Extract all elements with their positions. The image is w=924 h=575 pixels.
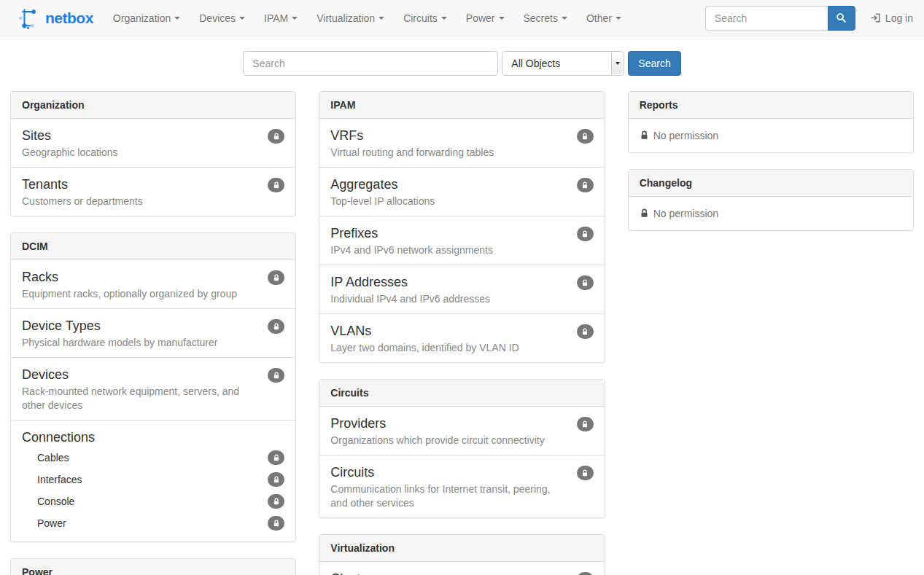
panel-title: IPAM (319, 92, 604, 119)
link-racks[interactable]: Racks (22, 267, 58, 286)
chevron-down-icon (441, 17, 447, 20)
list-item: TenantsCustomers or departments (11, 167, 295, 216)
column-2: IPAMVRFsVirtual routing and forwarding t… (319, 91, 605, 575)
list-item: CircuitsCommunication links for Internet… (319, 455, 604, 517)
select-dropdown-button (611, 52, 623, 74)
nav-item-secrets[interactable]: Secrets (514, 1, 577, 35)
lock-icon (273, 476, 280, 484)
list-item-content: TenantsCustomers or departments (22, 175, 268, 208)
panel-ipam: IPAMVRFsVirtual routing and forwarding t… (319, 91, 605, 363)
panel-virtualization: VirtualizationClusters (319, 534, 605, 575)
link-console[interactable]: Console (37, 496, 74, 507)
column-1: OrganizationSitesGeographic locationsTen… (10, 91, 296, 575)
list-item: Clusters (319, 562, 604, 575)
sub-list-item: Power (22, 512, 284, 534)
lock-badge (577, 227, 594, 241)
lock-badge (268, 450, 284, 465)
panel-circuits: CircuitsProvidersOrganizations which pro… (319, 379, 605, 518)
login-link[interactable]: Log in (870, 12, 913, 24)
nav-item-virtualization[interactable]: Virtualization (307, 1, 394, 35)
lock-badge (577, 275, 594, 290)
nav-item-organization[interactable]: Organization (104, 1, 190, 35)
nav-menu-item: Circuits (394, 0, 457, 36)
panel-title: Circuits (319, 380, 604, 407)
nav-item-other[interactable]: Other (577, 1, 631, 35)
lock-badge (268, 368, 284, 383)
panel-title: Reports (629, 92, 913, 119)
list-item: ConnectionsCablesInterfacesConsolePower (11, 420, 295, 541)
navbar-search-button[interactable] (828, 6, 855, 31)
item-description: Individual IPv4 and IPv6 addresses (330, 292, 576, 306)
navbar-search-input[interactable] (705, 6, 828, 31)
list-item: VLANsLayer two domains, identified by VL… (319, 313, 604, 362)
global-search-input[interactable] (243, 51, 498, 76)
top-navbar: netbox OrganizationDevicesIPAMVirtualiza… (0, 0, 924, 36)
lock-icon (581, 469, 589, 477)
list-item-content: CircuitsCommunication links for Internet… (330, 463, 576, 510)
link-connections[interactable]: Connections (22, 428, 95, 447)
link-sites[interactable]: Sites (22, 126, 51, 145)
link-providers[interactable]: Providers (330, 414, 386, 433)
navbar-right: Log in (705, 6, 913, 31)
nav-item-circuits[interactable]: Circuits (394, 1, 457, 35)
sign-in-icon (870, 12, 881, 23)
link-ip-addresses[interactable]: IP Addresses (330, 273, 408, 292)
lock-icon (581, 181, 589, 189)
list-item: DevicesRack-mounted network equipment, s… (11, 357, 295, 420)
list-item: Device TypesPhysical hardware models by … (11, 308, 295, 357)
lock-badge (577, 417, 594, 431)
list-item: ProvidersOrganizations which provide cir… (319, 407, 604, 455)
netbox-logo-icon (18, 7, 40, 29)
navbar-menu: OrganizationDevicesIPAMVirtualizationCir… (104, 0, 631, 36)
panel-title: Organization (11, 92, 295, 119)
list-item-content: AggregatesTop-level IP allocations (330, 175, 576, 208)
lock-badge (268, 472, 284, 487)
object-type-select[interactable]: All Objects (502, 51, 624, 76)
panel-reports: ReportsNo permission (628, 91, 914, 153)
item-description: Layer two domains, identified by VLAN ID (330, 341, 576, 355)
list-item-content: Device TypesPhysical hardware models by … (22, 316, 268, 350)
chevron-down-icon (292, 17, 298, 20)
link-prefixes[interactable]: Prefixes (330, 224, 378, 243)
link-clusters[interactable]: Clusters (330, 569, 378, 575)
global-search-button[interactable]: Search (628, 51, 680, 76)
lock-icon (581, 230, 589, 238)
lock-badge (577, 466, 594, 480)
lock-icon (581, 279, 589, 287)
panel-changelog: ChangelogNo permission (628, 169, 914, 231)
chevron-down-icon (239, 17, 245, 20)
link-cables[interactable]: Cables (37, 452, 69, 463)
link-devices[interactable]: Devices (22, 365, 69, 384)
list-item-content: ConnectionsCablesInterfacesConsolePower (22, 428, 284, 534)
nav-item-power[interactable]: Power (457, 1, 514, 35)
link-vlans[interactable]: VLANs (330, 321, 371, 340)
sub-list-item: Cables (22, 447, 284, 469)
list-item-content: IP AddressesIndividual IPv4 and IPv6 add… (330, 273, 576, 306)
link-vrfs[interactable]: VRFs (330, 126, 363, 145)
list-item-content: RacksEquipment racks, optionally organiz… (22, 267, 268, 301)
link-interfaces[interactable]: Interfaces (37, 474, 82, 485)
chevron-down-icon (562, 17, 567, 20)
brand-text: netbox (45, 9, 93, 27)
chevron-down-icon (499, 17, 505, 20)
nav-menu-item: Devices (190, 0, 255, 36)
link-power[interactable]: Power (37, 517, 66, 529)
list-item-content: SitesGeographic locations (22, 126, 268, 160)
lock-icon (581, 133, 589, 141)
nav-item-label: Devices (199, 12, 236, 24)
link-aggregates[interactable]: Aggregates (330, 175, 397, 194)
object-type-value: All Objects (511, 58, 560, 69)
lock-badge (577, 324, 594, 339)
global-search-form: All Objects Search (0, 51, 924, 76)
link-tenants[interactable]: Tenants (22, 175, 68, 194)
netbox-brand-link[interactable]: netbox (18, 7, 93, 29)
link-device-types[interactable]: Device Types (22, 316, 101, 335)
lock-icon (273, 323, 280, 331)
nav-item-devices[interactable]: Devices (190, 1, 255, 35)
nav-item-ipam[interactable]: IPAM (255, 1, 307, 35)
item-description: Organizations which provide circuit conn… (330, 434, 576, 447)
link-circuits[interactable]: Circuits (330, 463, 374, 482)
nav-item-label: Virtualization (317, 12, 375, 24)
item-description: Virtual routing and forwarding tables (330, 146, 576, 160)
nav-item-label: Other (586, 12, 612, 24)
